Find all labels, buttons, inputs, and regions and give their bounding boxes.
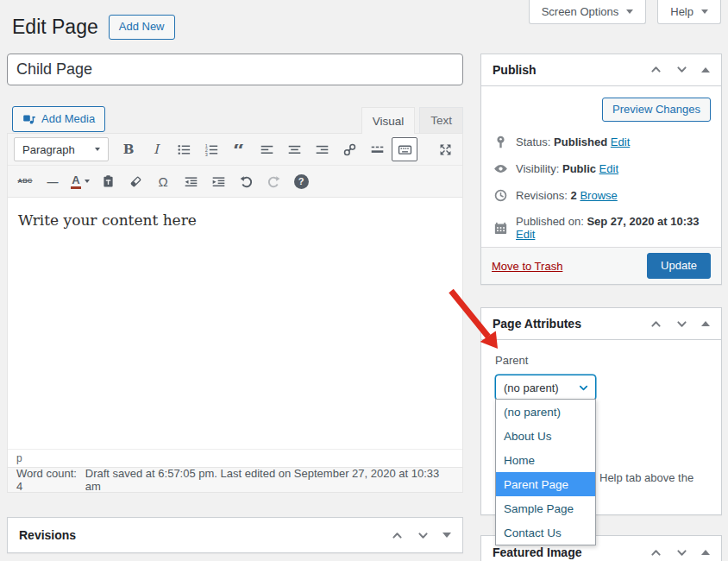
- publish-major-actions: Move to Trash Update: [481, 247, 721, 284]
- page-attributes-panel-controls: [650, 318, 710, 331]
- title-input[interactable]: [7, 54, 463, 85]
- redo-icon: [267, 174, 281, 189]
- browse-revisions-link[interactable]: Browse: [580, 189, 617, 202]
- publish-panel-header[interactable]: Publish: [481, 54, 721, 86]
- chevron-down-icon: [577, 381, 590, 394]
- fullscreen-button[interactable]: [432, 137, 458, 161]
- parent-option[interactable]: About Us: [496, 424, 595, 448]
- italic-button[interactable]: I: [143, 137, 169, 161]
- move-to-trash-link[interactable]: Move to Trash: [492, 260, 562, 273]
- move-up-icon[interactable]: [650, 63, 662, 76]
- toggle-panel-icon[interactable]: [701, 550, 710, 555]
- move-down-icon[interactable]: [675, 318, 688, 331]
- status-edit-link[interactable]: Edit: [611, 136, 630, 148]
- page-attributes-body: Parent (no parent) Help tab above the (n…: [481, 340, 721, 414]
- visibility-value: Public: [562, 162, 596, 175]
- toggle-panel-icon[interactable]: [701, 321, 710, 326]
- help-button[interactable]: ?: [288, 169, 314, 193]
- format-select[interactable]: Paragraph: [14, 137, 109, 161]
- tab-visual[interactable]: Visual: [361, 107, 416, 134]
- clear-formatting-button[interactable]: [122, 169, 148, 193]
- toggle-panel-icon[interactable]: [442, 533, 451, 538]
- bold-button[interactable]: B: [116, 137, 141, 161]
- revisions-text: Revisions: 2 Browse: [516, 189, 618, 202]
- strikethrough-button[interactable]: ABC: [12, 169, 38, 193]
- move-down-icon[interactable]: [675, 63, 688, 76]
- parent-dropdown-list: (no parent)About UsHomeParent PageSample…: [495, 399, 596, 545]
- link-button[interactable]: [336, 137, 362, 161]
- published-on-row: Published on: Sep 27, 2020 at 10:33 Edit: [493, 209, 709, 247]
- editor-content-area[interactable]: Write your content here: [8, 197, 462, 449]
- add-new-button[interactable]: Add New: [109, 15, 175, 39]
- fullscreen-icon: [438, 142, 453, 157]
- italic-icon: I: [154, 143, 159, 156]
- align-left-icon: [260, 142, 274, 157]
- published-on-edit-link[interactable]: Edit: [516, 228, 535, 241]
- parent-select[interactable]: (no parent): [495, 375, 596, 400]
- parent-select-value: (no parent): [504, 381, 559, 394]
- editor-mode-tabs: Visual Text: [357, 107, 463, 134]
- text-color-button[interactable]: A: [67, 169, 93, 193]
- path-label[interactable]: p: [16, 452, 22, 464]
- clear-formatting-icon: [129, 174, 143, 189]
- sidebar-column: Publish Preview Changes Status: Publishe…: [480, 54, 722, 561]
- move-down-icon[interactable]: [417, 529, 430, 542]
- add-media-button[interactable]: Add Media: [12, 106, 105, 132]
- paste-as-text-button[interactable]: [95, 169, 121, 193]
- revisions-panel-header[interactable]: Revisions: [8, 518, 462, 552]
- align-right-button[interactable]: [309, 137, 335, 161]
- align-center-icon: [287, 142, 302, 157]
- published-on-text: Published on: Sep 27, 2020 at 10:33 Edit: [516, 215, 709, 241]
- redo-button[interactable]: [260, 169, 286, 193]
- undo-button[interactable]: [233, 169, 259, 193]
- move-down-icon[interactable]: [675, 546, 688, 559]
- numbered-list-button[interactable]: [198, 137, 224, 161]
- add-media-label: Add Media: [41, 113, 95, 125]
- visibility-edit-link[interactable]: Edit: [599, 162, 618, 175]
- parent-option[interactable]: Contact Us: [496, 520, 595, 545]
- status-pin-icon: [493, 135, 508, 149]
- revisions-panel-title: Revisions: [19, 528, 391, 542]
- parent-option[interactable]: Home: [496, 448, 595, 472]
- horizontal-rule-icon: —: [47, 176, 59, 187]
- editor-header-row: Add Media Visual Text: [7, 106, 463, 133]
- featured-image-panel-title: Featured Image: [493, 545, 650, 559]
- revisions-panel-controls: [391, 529, 451, 542]
- visibility-text: Visibility: Public Edit: [516, 162, 618, 175]
- preview-changes-button[interactable]: Preview Changes: [602, 98, 711, 122]
- update-button[interactable]: Update: [647, 253, 711, 279]
- chevron-down-icon: [95, 148, 100, 151]
- parent-option[interactable]: (no parent): [496, 400, 595, 424]
- content-editor: ParagraphBI“ ABC—AΩ? Write your content …: [7, 133, 463, 493]
- move-up-icon[interactable]: [650, 318, 662, 331]
- page-attributes-panel-header[interactable]: Page Attributes: [481, 308, 721, 340]
- parent-option[interactable]: Parent Page: [496, 472, 595, 496]
- toggle-panel-icon[interactable]: [701, 67, 710, 72]
- tab-text[interactable]: Text: [419, 107, 463, 133]
- indent-button[interactable]: [205, 169, 231, 193]
- move-up-icon[interactable]: [391, 529, 404, 542]
- strikethrough-icon: ABC: [17, 178, 32, 185]
- align-center-button[interactable]: [281, 137, 307, 161]
- publish-misc-section: Status: Published Edit Visibility: Publi…: [481, 127, 721, 247]
- insert-more-button[interactable]: [364, 137, 390, 161]
- eye-icon: [493, 161, 508, 176]
- screen-options-tab[interactable]: Screen Options: [529, 0, 647, 24]
- horizontal-rule-button[interactable]: —: [40, 169, 66, 193]
- outdent-button[interactable]: [178, 169, 204, 193]
- help-tab[interactable]: Help: [657, 0, 721, 24]
- toolbar-toggle-button[interactable]: [392, 137, 417, 161]
- align-left-button[interactable]: [254, 137, 279, 161]
- publish-panel-controls: [650, 63, 710, 76]
- special-character-button[interactable]: Ω: [150, 169, 176, 193]
- parent-option[interactable]: Sample Page: [496, 496, 595, 520]
- blockquote-button[interactable]: “: [226, 137, 252, 161]
- bullet-list-button[interactable]: [171, 137, 197, 161]
- page-title: Edit Page: [12, 16, 98, 40]
- blockquote-icon: “: [233, 144, 245, 155]
- publish-panel: Publish Preview Changes Status: Publishe…: [480, 54, 722, 285]
- move-up-icon[interactable]: [650, 546, 662, 559]
- publish-panel-title: Publish: [493, 63, 650, 77]
- published-on-value: Sep 27, 2020 at 10:33: [587, 215, 699, 228]
- editor-status-bar: Word count: 4 Draft saved at 6:57:05 pm.…: [8, 467, 462, 492]
